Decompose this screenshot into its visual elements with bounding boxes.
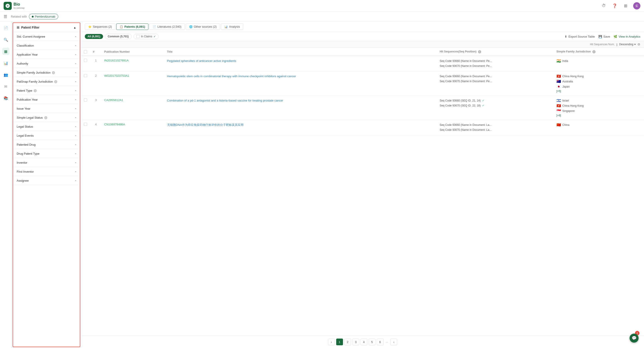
cell-pub-num: CN106978486A [102,120,164,135]
jurisdiction-info-icon[interactable]: i [592,50,596,53]
sidebar-icon-book[interactable]: 📚 [2,95,10,102]
export-label: Export Source Table [568,35,595,38]
flag-icon: 🇮🇳 [556,59,561,63]
view-analytics-btn[interactable]: 🌿 View in Analytics [614,35,640,38]
results-table: # Publication Number Title Hit Sequences… [81,48,644,135]
filter-item-patented-drug[interactable]: Patented Drug ▾ [13,140,80,149]
more-jurisdictions-link[interactable]: [+9] [556,114,641,117]
filter-item-authority[interactable]: Authority ▾ [13,59,80,68]
row-checkbox[interactable] [84,59,87,62]
seq-line: Seq Code 93660 (Name in Document: La... [440,123,551,128]
in-claims-tag[interactable]: In Claims ✓ [134,34,159,39]
row-checkbox[interactable] [84,123,87,126]
cell-checkbox [81,71,90,96]
sidebar-icon-users[interactable]: 👥 [2,71,10,78]
help-icon[interactable]: ❓ [612,3,618,9]
claims-checkbox[interactable] [136,35,140,38]
related-with-label: Related with [11,15,27,18]
prev-page-btn[interactable]: ‹ [328,339,335,345]
hamburger-icon[interactable]: ☰ [4,14,7,19]
sort-chevron-icon: ▾ [634,43,636,46]
sidebar-icon-grid[interactable]: ▦ [2,48,10,55]
tab-sequences[interactable]: ⭐ Sequences (2) [85,23,116,30]
filter-item-drug-patent-type[interactable]: Drug Patent Type ▾ [13,149,80,158]
common-filter-tag[interactable]: Common (5,701) [105,34,132,39]
all-filter-tag[interactable]: All (6,091) [85,34,103,39]
table-header-row: # Publication Number Title Hit Sequences… [81,48,644,56]
filter-item-simple-legal-status[interactable]: Simple Legal Status i ▾ [13,113,80,122]
tab-patents[interactable]: 📋 Patents (6,091) [116,23,148,30]
cell-num: 4 [90,120,102,135]
title-link[interactable]: Combination of a pd-1 antagonist and a l… [167,99,283,102]
info-icon[interactable]: i [52,71,55,74]
pub-num-link[interactable]: CN106978486A [104,123,125,126]
chevron-icon: ▾ [75,134,76,137]
filter-collapse-icon[interactable]: ▲ [73,26,76,29]
tab-literatures-label: Literatures (2,540) [158,25,181,28]
pub-num-link[interactable]: WO2017023753A1 [104,74,129,77]
icon-sidebar: 📄 🔍 ▦ 📊 👥 ✉ 📚 [0,22,12,348]
row-checkbox[interactable] [84,74,87,77]
filter-item-classification[interactable]: Classification ▾ [13,41,80,50]
filter-item-simple-family-jurisdiction[interactable]: Simple Family Jurisdiction i ▾ [13,68,80,77]
app-by: by patsnap [14,7,24,9]
filter-item-std.-current-assignee[interactable]: Std. Current Assignee ▾ [13,32,80,41]
page-btn-3[interactable]: 3 [352,339,359,345]
filter-title-text: Patent Filter [21,26,40,29]
info-icon[interactable]: i [34,89,37,92]
select-all-checkbox[interactable] [84,50,87,53]
tab-literatures[interactable]: 📄 Literatures (2,540) [149,23,185,30]
pub-num-link[interactable]: IN201621027691A [104,59,128,62]
timer-icon[interactable]: ⏱ [601,3,607,9]
pub-num-link[interactable]: CA2955612A1 [104,98,123,102]
page-btn-5[interactable]: 5 [369,339,376,345]
sequences-info-icon[interactable]: i [478,50,481,53]
tab-analysis[interactable]: 📊 Analysis [221,23,243,30]
sidebar-icon-doc[interactable]: 📄 [2,24,10,31]
float-action-btn[interactable]: 💬 [630,334,638,343]
more-jurisdictions-link[interactable]: [+5] [556,90,641,93]
table-row: 4 CN106978486A 无细胞DNA作为癌症免疫药物疗效评价的分子靶标及其… [81,120,644,135]
sidebar-icon-search[interactable]: 🔍 [2,36,10,43]
sidebar-icon-mail[interactable]: ✉ [2,83,10,90]
title-link[interactable]: Pegylated spherulites of anticancer acti… [167,59,236,63]
cell-checkbox [81,120,90,135]
title-link[interactable]: Hematopoietic stem cells in combinatoria… [167,74,296,78]
page-btn-6[interactable]: 6 [377,339,384,345]
filter-item-patsnap-family-jurisdiction[interactable]: PatSnap Family Jurisdiction i ▾ [13,77,80,86]
flag-icon: 🇨🇳 [556,123,561,127]
logo-area: Bio by patsnap [4,2,24,10]
col-checkbox [81,48,90,56]
sort-direction-select[interactable]: Descending ▾ [619,43,636,46]
page-btn-1[interactable]: 1 [336,339,343,345]
avatar[interactable]: C [633,2,640,9]
info-icon[interactable]: i [54,80,57,83]
cell-sequences: Seq Code 93660 (Name in Document: Pe... … [437,71,554,96]
pembrolizumab-tag[interactable]: Pembrolizumab [29,14,58,19]
nav-icons: ⏱ ❓ ⊞ C [601,2,640,9]
export-btn[interactable]: ⬇ Export Source Table [565,35,595,38]
next-page-btn[interactable]: › [390,339,397,345]
sort-direction-label: Descending [619,43,634,46]
page-btn-4[interactable]: 4 [360,339,367,345]
tab-other[interactable]: 🌐 Other sources (2) [186,23,220,30]
page-btn-2[interactable]: 2 [344,339,351,345]
chevron-icon: ▾ [75,44,76,47]
filter-item-inventor[interactable]: Inventor ▾ [13,158,80,167]
save-btn[interactable]: 💾 Save [598,35,610,38]
apps-icon[interactable]: ⊞ [622,3,629,9]
filter-item-legal-status[interactable]: Legal Status ▾ [13,122,80,131]
filter-item-publication-year[interactable]: Publication Year ▾ [13,95,80,104]
cell-jurisdiction: 🇮🇳 India [554,56,644,71]
filter-item-issue-year[interactable]: Issue Year ▾ [13,104,80,113]
settings-icon[interactable]: ⚙ [638,42,640,46]
filter-item-assignee[interactable]: Assignee ▾ [13,176,80,185]
filter-item-first-inventor[interactable]: First Inventor ▾ [13,167,80,176]
info-icon[interactable]: i [44,116,47,119]
filter-item-legal-events[interactable]: Legal Events ▾ [13,131,80,140]
filter-item-application-year[interactable]: Application Year ▾ [13,50,80,59]
filter-item-patent-type[interactable]: Patent Type i ▾ [13,86,80,95]
title-link[interactable]: 无细胞DNA作为癌症免疫药物疗效评价的分子靶标及其应用 [167,123,244,127]
row-checkbox[interactable] [84,98,87,102]
sidebar-icon-chart[interactable]: 📊 [2,59,10,67]
